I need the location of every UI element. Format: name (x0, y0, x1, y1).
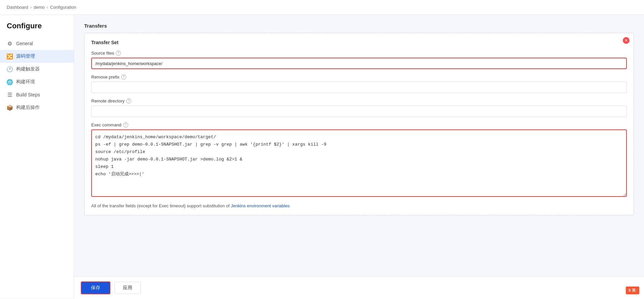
gear-icon: ⚙ (7, 40, 13, 47)
source-files-input[interactable] (91, 58, 627, 69)
jenkins-env-vars-link[interactable]: Jenkins environment variables (231, 203, 290, 208)
page-layout: Configure ⚙ General 🔀 源码管理 🕐 构建触发器 🌐 构建环… (0, 15, 644, 299)
sidebar-item-label: Build Steps (16, 92, 40, 97)
exec-command-group: Exec command ? cd /mydata/jenkins_home/w… (91, 122, 627, 198)
source-files-group: Source files ? (91, 51, 627, 69)
footer-bar: 保存 应用 (74, 276, 644, 299)
sidebar-item-general[interactable]: ⚙ General (0, 37, 74, 50)
transfers-title: Transfers (84, 23, 634, 29)
sidebar-item-label: General (16, 41, 33, 46)
breadcrumb-demo[interactable]: demo (34, 5, 45, 10)
page-title: Configure (0, 22, 74, 37)
branch-icon: 🔀 (7, 53, 13, 59)
source-files-help-icon[interactable]: ? (116, 51, 121, 56)
sidebar-item-label: 构建后操作 (16, 104, 40, 111)
remove-prefix-input[interactable] (91, 82, 627, 93)
info-text: All of the transfer fields (except for E… (91, 203, 627, 208)
transfer-set-header: Transfer Set (91, 40, 627, 45)
remove-prefix-group: Remove prefix ? (91, 74, 627, 93)
breadcrumb: Dashboard › demo › Configuration (0, 0, 644, 15)
sidebar-item-label: 构建环境 (16, 79, 35, 85)
remove-prefix-label: Remove prefix ? (91, 74, 627, 80)
save-button[interactable]: 保存 (81, 281, 110, 294)
remote-directory-help-icon[interactable]: ? (126, 98, 131, 103)
clock-icon: 🕐 (7, 66, 13, 72)
globe-icon: 🌐 (7, 79, 13, 85)
remote-directory-group: Remote directory ? (91, 98, 627, 117)
apply-button[interactable]: 应用 (114, 282, 141, 294)
close-transfer-set-button[interactable]: ✕ (623, 37, 630, 44)
remove-prefix-help-icon[interactable]: ? (121, 74, 126, 80)
breadcrumb-configuration[interactable]: Configuration (50, 5, 76, 10)
sidebar: Configure ⚙ General 🔀 源码管理 🕐 构建触发器 🌐 构建环… (0, 15, 74, 299)
source-files-label: Source files ? (91, 51, 627, 56)
transfer-set-card: Transfer Set ✕ Source files ? Remove pre… (84, 33, 634, 215)
csdn-badge: S 英· (626, 287, 639, 294)
exec-command-help-icon[interactable]: ? (123, 122, 128, 127)
list-icon: ☰ (7, 92, 13, 98)
main-content: Transfers Transfer Set ✕ Source files ? … (74, 15, 644, 299)
sidebar-item-label: 构建触发器 (16, 66, 40, 72)
remote-directory-label: Remote directory ? (91, 98, 627, 103)
sidebar-item-triggers[interactable]: 🕐 构建触发器 (0, 63, 74, 76)
exec-command-textarea[interactable]: cd /mydata/jenkins_home/workspace/demo/t… (91, 129, 627, 197)
sidebar-item-label: 源码管理 (16, 53, 35, 59)
sidebar-item-env[interactable]: 🌐 构建环境 (0, 76, 74, 88)
exec-command-label: Exec command ? (91, 122, 627, 127)
box-icon: 📦 (7, 104, 13, 111)
breadcrumb-dashboard[interactable]: Dashboard (7, 5, 28, 10)
remote-directory-input[interactable] (91, 106, 627, 117)
sidebar-item-build-steps[interactable]: ☰ Build Steps (0, 88, 74, 101)
sidebar-item-source[interactable]: 🔀 源码管理 (0, 50, 74, 63)
sidebar-item-post-build[interactable]: 📦 构建后操作 (0, 101, 74, 114)
